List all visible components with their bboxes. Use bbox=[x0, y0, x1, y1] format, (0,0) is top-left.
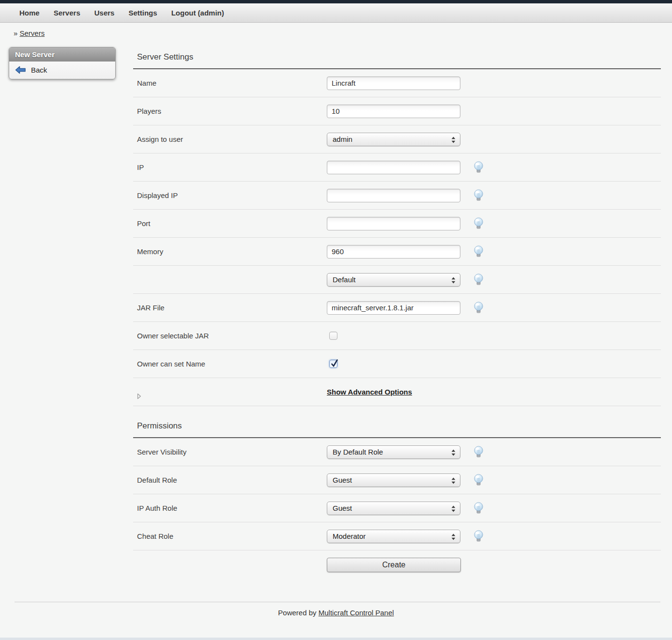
top-accent-bar bbox=[0, 0, 672, 3]
select-stepper-arrows-icon bbox=[451, 533, 456, 540]
cheat-role-selected-value: Moderator bbox=[333, 532, 366, 540]
panel-title: New Server bbox=[9, 47, 115, 61]
help-bulb-icon[interactable] bbox=[473, 245, 484, 258]
form-row-port: Port bbox=[133, 210, 661, 238]
select-stepper-arrows-icon bbox=[451, 477, 456, 484]
field-label-owner-can-set-name: Owner can set Name bbox=[133, 360, 327, 368]
help-bulb-icon[interactable] bbox=[473, 302, 484, 314]
server-visibility-select[interactable]: By Default Role bbox=[327, 445, 460, 459]
help-bulb-icon[interactable] bbox=[473, 446, 484, 458]
form-row-assign-to-user: Assign to useradmin bbox=[133, 125, 661, 153]
select-stepper-arrows-icon bbox=[451, 505, 456, 512]
field-label-name: Name bbox=[133, 79, 327, 87]
form-row-players: Players bbox=[133, 97, 661, 125]
server-settings-title: Server Settings bbox=[133, 52, 661, 62]
footer: Powered by Multicraft Control Panel bbox=[0, 609, 672, 617]
breadcrumb: » Servers bbox=[14, 29, 672, 37]
form-row-displayed-ip: Displayed IP bbox=[133, 182, 661, 210]
memory-field[interactable] bbox=[327, 245, 460, 259]
nav-item-servers[interactable]: Servers bbox=[54, 9, 80, 17]
form-row-memory-preset: Default bbox=[133, 266, 661, 294]
form-row-server-visibility: Server VisibilityBy Default Role bbox=[133, 438, 661, 466]
footer-link-multicraft[interactable]: Multicraft Control Panel bbox=[319, 609, 394, 617]
server-visibility-selected-value: By Default Role bbox=[333, 448, 383, 456]
field-label-advanced-options bbox=[133, 385, 327, 399]
port-field[interactable] bbox=[327, 217, 460, 230]
field-label-cheat-role: Cheat Role bbox=[133, 532, 327, 540]
expander-triangle-icon[interactable] bbox=[137, 385, 327, 399]
ip-auth-role-select[interactable]: Guest bbox=[327, 502, 460, 515]
footer-text: Powered by bbox=[278, 609, 316, 617]
bottom-strip bbox=[0, 638, 672, 640]
help-bulb-icon[interactable] bbox=[473, 161, 484, 174]
nav-item-users[interactable]: Users bbox=[94, 9, 115, 17]
main-navigation: HomeServersUsersSettingsLogout (admin) bbox=[0, 3, 672, 23]
select-stepper-arrows-icon bbox=[451, 449, 456, 456]
ip-field[interactable] bbox=[327, 161, 460, 174]
nav-item-settings[interactable]: Settings bbox=[128, 9, 157, 17]
footer-divider bbox=[15, 602, 660, 602]
breadcrumb-link-servers[interactable]: Servers bbox=[20, 29, 45, 37]
select-stepper-arrows-icon bbox=[451, 137, 456, 143]
advanced-options-link[interactable]: Show Advanced Options bbox=[327, 388, 412, 396]
form-row-owner-can-set-name: Owner can set Name bbox=[133, 350, 661, 378]
default-role-selected-value: Guest bbox=[333, 476, 352, 484]
assign-to-user-select[interactable]: admin bbox=[327, 133, 460, 146]
help-bulb-icon[interactable] bbox=[473, 474, 484, 487]
field-label-memory: Memory bbox=[133, 247, 327, 256]
form-row-jar-file: JAR File bbox=[133, 294, 661, 322]
help-bulb-icon[interactable] bbox=[473, 502, 484, 515]
field-label-default-role: Default Role bbox=[133, 476, 327, 484]
back-arrow-icon bbox=[15, 66, 26, 74]
create-button[interactable]: Create bbox=[327, 558, 461, 572]
form-row-name: Name bbox=[133, 69, 661, 97]
players-field[interactable] bbox=[327, 105, 460, 118]
default-role-select[interactable]: Guest bbox=[327, 473, 460, 487]
back-button[interactable]: Back bbox=[9, 61, 115, 79]
server-settings-form: NamePlayersAssign to useradminIPDisplaye… bbox=[133, 69, 661, 406]
field-label-jar-file: JAR File bbox=[133, 304, 327, 312]
help-bulb-icon[interactable] bbox=[473, 530, 484, 543]
field-label-displayed-ip: Displayed IP bbox=[133, 191, 327, 199]
help-bulb-icon[interactable] bbox=[473, 217, 484, 230]
field-label-owner-selectable-jar: Owner selectable JAR bbox=[133, 332, 327, 340]
displayed-ip-field[interactable] bbox=[327, 189, 460, 202]
help-bulb-icon[interactable] bbox=[473, 274, 484, 286]
owner-can-set-name-checkbox[interactable] bbox=[329, 360, 337, 368]
select-stepper-arrows-icon bbox=[451, 277, 456, 284]
memory-preset-selected-value: Default bbox=[333, 275, 356, 284]
assign-to-user-selected-value: admin bbox=[333, 135, 352, 143]
new-server-panel: New Server Back bbox=[9, 47, 116, 79]
back-label: Back bbox=[31, 66, 47, 74]
form-row-default-role: Default RoleGuest bbox=[133, 466, 661, 494]
help-bulb-icon[interactable] bbox=[473, 189, 484, 202]
field-label-players: Players bbox=[133, 107, 327, 115]
create-row: Create bbox=[133, 550, 661, 579]
field-label-assign-to-user: Assign to user bbox=[133, 135, 327, 143]
form-row-advanced-options: Show Advanced Options bbox=[133, 378, 661, 406]
main-content: Server Settings NamePlayersAssign to use… bbox=[133, 52, 661, 579]
form-row-owner-selectable-jar: Owner selectable JAR bbox=[133, 322, 661, 350]
field-label-port: Port bbox=[133, 219, 327, 228]
ip-auth-role-selected-value: Guest bbox=[333, 504, 352, 512]
permissions-title: Permissions bbox=[133, 421, 661, 431]
nav-item-home[interactable]: Home bbox=[19, 9, 40, 17]
form-row-ip-auth-role: IP Auth RoleGuest bbox=[133, 494, 661, 522]
check-mark-icon bbox=[330, 358, 339, 367]
field-label-ip: IP bbox=[133, 163, 327, 171]
cheat-role-select[interactable]: Moderator bbox=[327, 530, 460, 543]
field-label-ip-auth-role: IP Auth Role bbox=[133, 504, 327, 512]
field-label-server-visibility: Server Visibility bbox=[133, 448, 327, 456]
form-row-cheat-role: Cheat RoleModerator bbox=[133, 522, 661, 550]
breadcrumb-symbol: » bbox=[14, 29, 17, 37]
jar-file-field[interactable] bbox=[327, 301, 460, 315]
form-row-memory: Memory bbox=[133, 238, 661, 266]
nav-item-logout-admin[interactable]: Logout (admin) bbox=[171, 9, 224, 17]
owner-selectable-jar-checkbox[interactable] bbox=[329, 332, 337, 340]
permissions-form: Server VisibilityBy Default RoleDefault … bbox=[133, 438, 661, 550]
name-field[interactable] bbox=[327, 76, 460, 90]
form-row-ip: IP bbox=[133, 153, 661, 182]
memory-preset-select[interactable]: Default bbox=[327, 273, 460, 287]
